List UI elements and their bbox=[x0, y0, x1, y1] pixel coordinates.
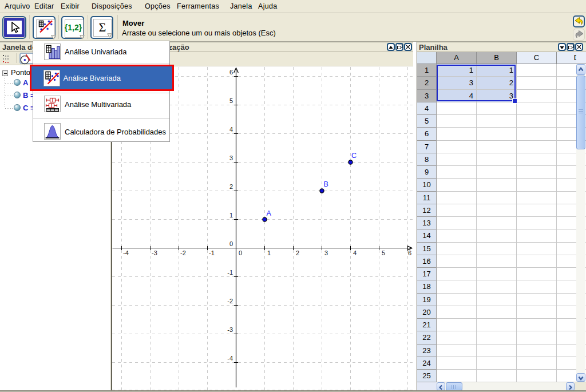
svg-text:3: 3 bbox=[324, 250, 328, 256]
svg-text:0: 0 bbox=[229, 240, 233, 247]
svg-text:4: 4 bbox=[353, 250, 357, 256]
svg-text:4: 4 bbox=[229, 126, 233, 133]
svg-text:5: 5 bbox=[382, 250, 385, 256]
svg-text:6: 6 bbox=[229, 69, 233, 76]
svg-text:C: C bbox=[351, 152, 357, 160]
svg-text:-4: -4 bbox=[227, 355, 233, 362]
svg-text:2: 2 bbox=[229, 183, 233, 190]
svg-text:-2: -2 bbox=[227, 298, 233, 304]
svg-text:2: 2 bbox=[296, 250, 299, 256]
svg-text:-3: -3 bbox=[227, 326, 233, 333]
svg-text:5: 5 bbox=[229, 97, 233, 104]
svg-text:B: B bbox=[324, 180, 328, 188]
svg-text:-1: -1 bbox=[227, 269, 233, 276]
svg-text:6: 6 bbox=[408, 250, 411, 256]
svg-text:A: A bbox=[267, 209, 272, 217]
svg-text:1: 1 bbox=[267, 250, 271, 256]
svg-text:-1: -1 bbox=[209, 250, 215, 256]
svg-text:-4: -4 bbox=[123, 250, 129, 256]
svg-text:-3: -3 bbox=[152, 250, 157, 256]
svg-text:0: 0 bbox=[239, 250, 242, 256]
svg-text:3: 3 bbox=[229, 155, 233, 161]
svg-text:1: 1 bbox=[229, 212, 233, 219]
svg-text:-2: -2 bbox=[180, 250, 186, 256]
